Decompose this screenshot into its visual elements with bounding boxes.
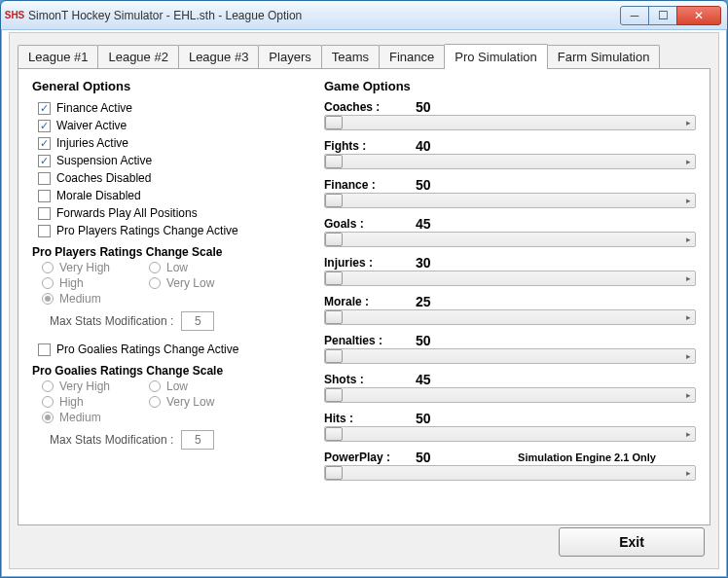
- radio-icon: [42, 293, 54, 305]
- slider-right-arrow-icon[interactable]: ▸: [681, 349, 695, 363]
- slider[interactable]: ◂▸: [324, 426, 696, 442]
- slider-thumb[interactable]: [325, 233, 343, 246]
- checkbox-waiver-active[interactable]: Waiver Active: [38, 117, 305, 134]
- radio-high[interactable]: High: [42, 395, 149, 409]
- radio-icon: [42, 380, 54, 392]
- checkbox-label: Coaches Disabled: [56, 171, 151, 185]
- checkbox-icon: [38, 155, 51, 167]
- radio-icon: [149, 380, 161, 392]
- checkbox-label: Pro Players Ratings Change Active: [56, 224, 238, 237]
- general-options-panel: General Options Finance ActiveWaiver Act…: [32, 79, 305, 488]
- radio-medium[interactable]: Medium: [42, 292, 149, 306]
- goalies-change-active-row[interactable]: Pro Goalies Ratings Change Active: [38, 341, 305, 358]
- game-option-value: 30: [416, 255, 474, 271]
- checkbox-label: Waiver Active: [56, 119, 127, 132]
- radio-very-low[interactable]: Very Low: [149, 395, 256, 409]
- slider-right-arrow-icon[interactable]: ▸: [681, 233, 695, 246]
- radio-very-high[interactable]: Very High: [42, 261, 149, 274]
- game-option-label: Morale :: [324, 295, 412, 308]
- game-option-label: Penalties :: [324, 334, 412, 347]
- slider[interactable]: ◂▸: [324, 271, 696, 286]
- checkbox-icon: [38, 137, 51, 150]
- slider[interactable]: ◂▸: [324, 115, 696, 130]
- client-area: League #1League #2League #3PlayersTeamsF…: [9, 32, 719, 569]
- slider-thumb[interactable]: [325, 271, 343, 285]
- goalies-max-mod-input[interactable]: [181, 430, 214, 450]
- checkbox-finance-active[interactable]: Finance Active: [38, 99, 305, 117]
- slider[interactable]: ◂▸: [324, 232, 696, 247]
- minimize-button[interactable]: ─: [620, 6, 649, 25]
- game-option-morale: Morale :25◂▸: [324, 294, 696, 331]
- checkbox-icon: [38, 225, 51, 237]
- slider[interactable]: ◂▸: [324, 465, 696, 481]
- checkbox-icon: [38, 102, 51, 115]
- slider-right-arrow-icon[interactable]: ▸: [681, 388, 695, 402]
- game-option-value: 50: [416, 99, 474, 115]
- players-max-mod-input[interactable]: [181, 311, 214, 331]
- slider-thumb[interactable]: [325, 194, 343, 207]
- tab-players[interactable]: Players: [258, 45, 321, 68]
- tab-farm-simulation[interactable]: Farm Simulation: [547, 45, 661, 68]
- radio-low[interactable]: Low: [149, 379, 256, 393]
- slider-thumb[interactable]: [325, 155, 343, 168]
- checkbox-suspension-active[interactable]: Suspension Active: [38, 152, 305, 169]
- slider-right-arrow-icon[interactable]: ▸: [681, 116, 695, 129]
- checkbox-pro-players-ratings-change-active[interactable]: Pro Players Ratings Change Active: [38, 222, 305, 239]
- game-option-label: Coaches :: [324, 100, 412, 114]
- tab-league-1[interactable]: League #1: [18, 45, 98, 68]
- slider-thumb[interactable]: [325, 310, 343, 324]
- game-option-label: Injuries :: [324, 256, 412, 270]
- game-option-value: 50: [416, 177, 474, 193]
- slider-thumb[interactable]: [325, 388, 343, 402]
- slider-thumb[interactable]: [325, 349, 343, 363]
- checkbox-label: Suspension Active: [56, 154, 152, 167]
- radio-label: Very Low: [166, 395, 214, 409]
- slider-right-arrow-icon[interactable]: ▸: [681, 310, 695, 324]
- radio-label: Low: [166, 379, 188, 393]
- slider-right-arrow-icon[interactable]: ▸: [681, 427, 695, 441]
- players-max-mod-label: Max Stats Modification :: [50, 314, 173, 328]
- slider[interactable]: ◂▸: [324, 348, 696, 364]
- slider-thumb[interactable]: [325, 427, 343, 441]
- slider[interactable]: ◂▸: [324, 154, 696, 169]
- radio-low[interactable]: Low: [149, 261, 256, 274]
- tab-pro-simulation[interactable]: Pro Simulation: [444, 44, 548, 69]
- slider-right-arrow-icon[interactable]: ▸: [681, 194, 695, 207]
- slider[interactable]: ◂▸: [324, 309, 696, 325]
- slider-right-arrow-icon[interactable]: ▸: [681, 466, 695, 480]
- checkbox-injuries-active[interactable]: Injuries Active: [38, 134, 305, 152]
- radio-label: Low: [166, 261, 188, 274]
- slider-thumb[interactable]: [325, 116, 343, 129]
- close-button[interactable]: ✕: [676, 6, 721, 25]
- radio-very-low[interactable]: Very Low: [149, 276, 256, 290]
- maximize-button[interactable]: ☐: [648, 6, 677, 25]
- game-option-goals: Goals :45◂▸: [324, 216, 696, 253]
- checkbox-forwards-play-all-positions[interactable]: Forwards Play All Positions: [38, 204, 305, 222]
- radio-very-high[interactable]: Very High: [42, 379, 149, 393]
- tab-pro-simulation-content: General Options Finance ActiveWaiver Act…: [18, 68, 710, 525]
- slider[interactable]: ◂▸: [324, 387, 696, 403]
- tab-finance[interactable]: Finance: [379, 45, 445, 68]
- exit-button[interactable]: Exit: [559, 527, 705, 557]
- slider-right-arrow-icon[interactable]: ▸: [681, 271, 695, 285]
- checkbox-icon: [38, 207, 51, 220]
- goalies-change-active-label: Pro Goalies Ratings Change Active: [56, 343, 238, 356]
- radio-high[interactable]: High: [42, 276, 149, 290]
- tab-league-2[interactable]: League #2: [97, 45, 178, 68]
- window-title: SimonT Hockey Simulator - EHL.sth - Leag…: [28, 9, 621, 22]
- game-option-penalties: Penalties :50◂▸: [324, 333, 696, 370]
- radio-icon: [149, 262, 161, 273]
- window-buttons: ─ ☐ ✕: [621, 6, 721, 25]
- slider-thumb[interactable]: [325, 466, 343, 480]
- checkbox-coaches-disabled[interactable]: Coaches Disabled: [38, 169, 305, 187]
- slider[interactable]: ◂▸: [324, 193, 696, 208]
- game-option-label: Shots :: [324, 373, 412, 386]
- checkbox-label: Morale Disabled: [56, 189, 141, 202]
- radio-medium[interactable]: Medium: [42, 411, 149, 424]
- checkbox-morale-disabled[interactable]: Morale Disabled: [38, 187, 305, 204]
- tab-teams[interactable]: Teams: [321, 45, 380, 68]
- tab-league-3[interactable]: League #3: [178, 45, 259, 68]
- radio-label: Very High: [59, 379, 110, 393]
- slider-right-arrow-icon[interactable]: ▸: [681, 155, 695, 168]
- game-option-coaches: Coaches :50◂▸: [324, 99, 696, 136]
